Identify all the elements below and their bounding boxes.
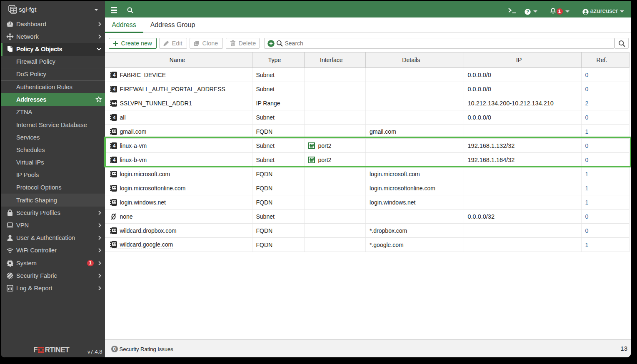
svg-text:?: ? — [526, 9, 529, 14]
svg-text:F: F — [34, 347, 38, 353]
svg-text:RTINET: RTINET — [45, 347, 70, 353]
